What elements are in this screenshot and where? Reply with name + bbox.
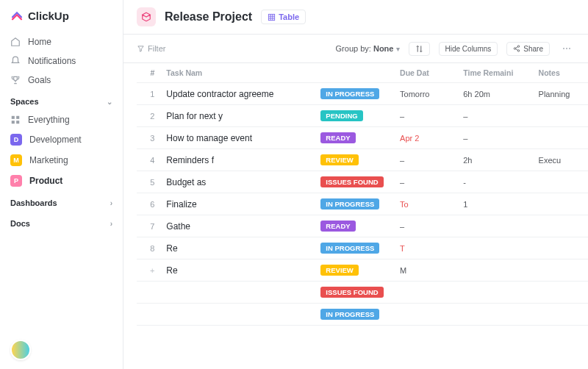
sort-button[interactable] [409,42,430,56]
filter-button[interactable]: Filter [137,44,165,53]
view-table-badge[interactable]: Table [261,10,306,24]
col-status[interactable] [315,63,394,83]
cell-task-name[interactable]: Re [160,237,315,259]
cell-task-name[interactable] [160,304,315,326]
cell-task-name[interactable]: Finalize [160,193,315,215]
cell-index: 7 [137,215,160,237]
cell-due-date[interactable] [394,282,457,304]
table-row[interactable]: IN PROGRESS [137,304,588,326]
table-row[interactable]: 8 Re IN PROGRESS T [137,237,588,259]
nav-home[interactable]: Home [0,32,123,51]
cell-status[interactable]: REVIEW [315,149,394,171]
table-scroll[interactable]: # Task Nam Due Dat Time Remaini Notes 1 … [123,63,588,326]
cell-task-name[interactable]: Budget as [160,171,315,193]
cell-due-date[interactable]: Apr 2 [394,127,457,149]
svg-line-12 [516,47,518,49]
cell-status[interactable]: PENDING [315,105,394,127]
cell-status[interactable]: READY [315,127,394,149]
cell-notes[interactable] [533,193,588,215]
space-item-product[interactable]: PProduct [0,171,123,191]
col-due-date[interactable]: Due Dat [394,63,457,83]
cell-task-name[interactable]: How to manage event [160,127,315,149]
hide-columns-button[interactable]: Hide Columns [439,42,498,56]
cell-status[interactable]: ISSUES FOUND [315,282,394,304]
cell-due-date[interactable]: – [394,215,457,237]
sort-icon [415,45,423,53]
cell-due-date[interactable]: – [394,171,457,193]
cell-task-name[interactable] [160,282,315,304]
cell-time-remaining[interactable]: – [457,127,532,149]
cell-task-name[interactable]: Plan for next y [160,105,315,127]
cell-notes[interactable] [533,304,588,326]
table-row[interactable]: 3 How to manage event READY Apr 2 – [137,127,588,149]
brand-name: ClickUp [28,10,69,22]
table-row[interactable]: 7 Gathe READY – [137,215,588,237]
cell-due-date[interactable]: – [394,105,457,127]
cell-notes[interactable] [533,127,588,149]
cell-status[interactable]: IN PROGRESS [315,237,394,259]
cell-notes[interactable] [533,237,588,259]
cell-notes[interactable] [533,215,588,237]
cell-due-date[interactable]: To [394,193,457,215]
col-notes[interactable]: Notes [533,63,588,83]
table-row[interactable]: + Re REVIEW M [137,259,588,282]
cell-status[interactable]: REVIEW [315,259,394,282]
cell-notes[interactable] [533,105,588,127]
cell-time-remaining[interactable] [457,282,532,304]
cell-due-date[interactable]: T [394,237,457,259]
cell-due-date[interactable] [394,304,457,326]
cell-due-date[interactable]: M [394,259,457,282]
table-row[interactable]: 4 Reminders f REVIEW – 2h Execu [137,149,588,171]
cell-due-date[interactable]: – [394,149,457,171]
cell-task-name[interactable]: Reminders f [160,149,315,171]
col-time-remaining[interactable]: Time Remaini [457,63,532,83]
cell-time-remaining[interactable] [457,215,532,237]
cell-task-name[interactable]: Re [160,259,315,282]
cell-task-name[interactable]: Update contractor agreeme [160,83,315,105]
cell-status[interactable]: IN PROGRESS [315,304,394,326]
cell-status[interactable]: IN PROGRESS [315,193,394,215]
group-by-dropdown[interactable]: Group by: None ▾ [336,44,400,53]
user-avatar-cluster[interactable] [0,340,123,360]
cell-time-remaining[interactable]: - [457,171,532,193]
cell-notes[interactable] [533,282,588,304]
space-item-marketing[interactable]: MMarketing [0,150,123,171]
table-row[interactable]: 5 Budget as ISSUES FOUND – - [137,171,588,193]
cell-time-remaining[interactable] [457,237,532,259]
cell-due-date[interactable]: Tomorro [394,83,457,105]
table-row[interactable]: 2 Plan for next y PENDING – – [137,105,588,127]
cell-notes[interactable]: Execu [533,149,588,171]
project-badge[interactable] [137,7,156,26]
dashboards-nav[interactable]: Dashboards › [0,191,123,212]
avatar [10,340,31,360]
cell-time-remaining[interactable] [457,304,532,326]
cell-notes[interactable] [533,259,588,282]
brand-logo[interactable]: ClickUp [0,9,123,32]
more-menu-button[interactable]: ⋯ [559,40,575,57]
cell-time-remaining[interactable]: – [457,105,532,127]
cell-status[interactable]: READY [315,215,394,237]
table-row[interactable]: 6 Finalize IN PROGRESS To 1 [137,193,588,215]
nav-goals[interactable]: Goals [0,71,123,90]
share-button[interactable]: Share [506,42,550,56]
cell-notes[interactable] [533,171,588,193]
space-everything[interactable]: Everything [0,110,123,129]
cell-time-remaining[interactable] [457,259,532,282]
space-item-development[interactable]: DDevelopment [0,129,123,150]
nav-notifications[interactable]: Notifications [0,51,123,71]
cell-notes[interactable]: Planning [533,83,588,105]
cell-task-name[interactable]: Gathe [160,215,315,237]
table-row[interactable]: ISSUES FOUND [137,282,588,304]
docs-nav[interactable]: Docs › [0,212,123,232]
status-badge: READY [320,221,355,232]
col-task-name[interactable]: Task Nam [160,63,315,83]
cell-time-remaining[interactable]: 1 [457,193,532,215]
col-index[interactable]: # [137,63,160,83]
share-label: Share [523,45,543,53]
cell-status[interactable]: IN PROGRESS [315,83,394,105]
spaces-header[interactable]: Spaces ⌄ [0,90,123,110]
table-row[interactable]: 1 Update contractor agreeme IN PROGRESS … [137,83,588,105]
cell-time-remaining[interactable]: 2h [457,149,532,171]
cell-time-remaining[interactable]: 6h 20m [457,83,532,105]
cell-status[interactable]: ISSUES FOUND [315,171,394,193]
